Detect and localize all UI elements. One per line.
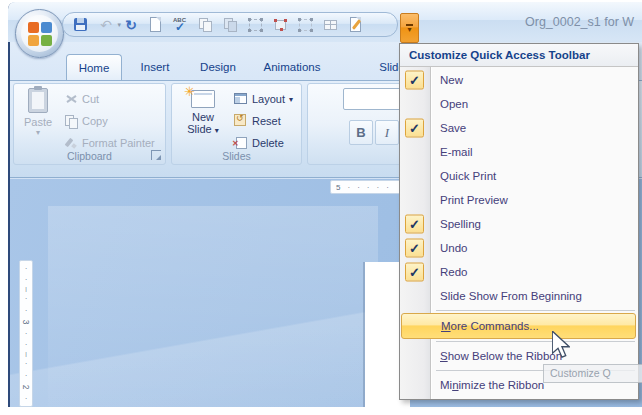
scissors-icon <box>64 92 78 106</box>
layout-label: Layout <box>252 93 285 105</box>
menu-item-redo[interactable]: ✓Redo <box>400 260 638 284</box>
new-document-icon[interactable] <box>148 17 164 33</box>
table-icon[interactable] <box>323 17 339 33</box>
italic-button[interactable]: I <box>375 120 399 145</box>
powerpoint-window: Org_0002_s1 for W ↶▾↻ABC✓ ▾ HomeInsertDe… <box>0 0 642 415</box>
clipboard-dialog-launcher-icon[interactable] <box>151 150 161 160</box>
horizontal-ruler: 5····· <box>330 180 409 194</box>
chevron-down-icon: ▾ <box>407 27 411 33</box>
cut-label: Cut <box>82 93 99 105</box>
menu-header: Customize Quick Access Toolbar <box>400 44 638 67</box>
edit-slide-icon[interactable] <box>348 17 364 33</box>
tab-home[interactable]: Home <box>66 54 122 80</box>
new-slide-label-line2: Slide ▾ <box>180 123 226 135</box>
format-painter-icon <box>64 136 78 150</box>
duplicate-icon[interactable] <box>223 17 239 33</box>
chevron-down-icon: ▾ <box>18 128 58 137</box>
paste-button[interactable]: Paste ▾ <box>18 88 58 148</box>
menu-item-undo[interactable]: ✓Undo <box>400 236 638 260</box>
reset-button[interactable]: Reset <box>234 114 281 128</box>
cut-button[interactable]: Cut <box>64 92 99 106</box>
customize-qat-menu: Customize Quick Access Toolbar ✓NewOpen✓… <box>399 43 639 400</box>
tab-insert[interactable]: Insert <box>126 54 184 80</box>
menu-item-print-preview[interactable]: Print Preview <box>400 188 638 212</box>
new-slide-label-line1: New <box>180 111 226 123</box>
menu-item-label: Quick Print <box>440 170 496 182</box>
delete-button[interactable]: Delete <box>234 136 284 150</box>
slides-group-label: Slides <box>172 150 301 162</box>
menu-item-label: New <box>440 74 463 86</box>
delete-icon <box>234 136 248 150</box>
office-button[interactable] <box>15 9 64 58</box>
slide-background-sweep <box>10 299 390 415</box>
window-title: Org_0002_s1 for W <box>525 15 634 29</box>
menu-item-label: Print Preview <box>440 194 508 206</box>
fading-tooltip: Customize Q <box>543 364 642 383</box>
menu-item-new[interactable]: ✓New <box>400 68 638 92</box>
menu-item-quick-print[interactable]: Quick Print <box>400 164 638 188</box>
menu-separator <box>436 310 635 311</box>
copy-label: Copy <box>82 115 108 127</box>
menu-item-save[interactable]: ✓Save <box>400 116 638 140</box>
ruler-mark: 5 <box>336 183 340 192</box>
checkmark-icon: ✓ <box>405 239 424 258</box>
menu-item-label: Show Below the Ribbon <box>440 350 562 362</box>
checkmark-icon: ✓ <box>405 215 424 234</box>
save-icon[interactable] <box>73 17 89 33</box>
menu-item-label: E-mail <box>440 146 473 158</box>
ruler-mark: 3 <box>21 319 31 324</box>
checkmark-icon: ✓ <box>405 119 424 138</box>
ruler-mark: · <box>386 183 389 192</box>
ruler-mark: · <box>25 275 28 284</box>
menu-item-label: Undo <box>440 242 468 254</box>
tab-animations[interactable]: Animations <box>252 54 332 80</box>
vertical-ruler: ··|··3··|··2· <box>19 260 33 407</box>
ruler-mark: · <box>25 264 28 273</box>
tab-design[interactable]: Design <box>188 54 248 80</box>
format-painter-button[interactable]: Format Painter <box>64 136 155 150</box>
undo-icon[interactable]: ↶▾ <box>98 17 114 33</box>
ruler-mark: · <box>347 183 350 192</box>
spelling-icon[interactable]: ABC✓ <box>173 17 189 33</box>
menu-item-spelling[interactable]: ✓Spelling <box>400 212 638 236</box>
select-objects-icon[interactable] <box>298 17 314 33</box>
ruler-mark: | <box>25 351 27 357</box>
ruler-mark: · <box>357 183 360 192</box>
group-select-icon[interactable] <box>248 17 264 33</box>
menu-item-label: Minimize the Ribbon <box>440 379 544 391</box>
menu-item-open[interactable]: Open <box>400 92 638 116</box>
office-logo-icon <box>21 15 58 52</box>
menu-item-label: Slide Show From Beginning <box>440 290 582 302</box>
menu-item-e-mail[interactable]: E-mail <box>400 140 638 164</box>
redo-icon[interactable]: ↻ <box>123 17 139 33</box>
new-slide-icon: ✳ <box>191 90 215 108</box>
menu-separator <box>436 341 635 342</box>
slides-group: ✳ New Slide ▾ Layout ▾ Reset Delete Slid… <box>171 83 302 165</box>
checkmark-icon: ✓ <box>405 71 424 90</box>
copy-icon <box>64 114 78 128</box>
ruler-mark: · <box>25 340 28 349</box>
layout-button[interactable]: Layout ▾ <box>234 92 293 106</box>
ruler-mark: · <box>25 329 28 338</box>
delete-label: Delete <box>252 137 284 149</box>
ruler-mark: | <box>25 286 27 292</box>
copy-button[interactable]: Copy <box>64 114 108 128</box>
ruler-mark: · <box>367 183 370 192</box>
ruler-mark: · <box>25 359 28 368</box>
quick-access-toolbar: ↶▾↻ABC✓ <box>62 12 398 37</box>
menu-item-slide-show-from-beginning[interactable]: Slide Show From Beginning <box>400 284 638 308</box>
menu-item-more-commands[interactable]: More Commands... <box>401 313 636 339</box>
mouse-cursor <box>552 331 570 358</box>
layout-icon <box>234 92 248 106</box>
customize-quick-access-toolbar-button[interactable]: ▾ <box>400 13 419 43</box>
copy-icon[interactable] <box>198 17 214 33</box>
edit-points-icon[interactable] <box>273 17 289 33</box>
format-painter-label: Format Painter <box>82 137 155 149</box>
menu-item-label: Open <box>440 98 468 110</box>
menu-item-label: More Commands... <box>441 320 539 332</box>
paste-label: Paste <box>18 116 58 128</box>
menu-item-label: Redo <box>440 266 468 278</box>
bold-button[interactable]: B <box>349 120 373 145</box>
menu-item-label: Spelling <box>440 218 481 230</box>
clipboard-group: Paste ▾ Cut Copy Format Painter Clipboar… <box>13 83 166 165</box>
